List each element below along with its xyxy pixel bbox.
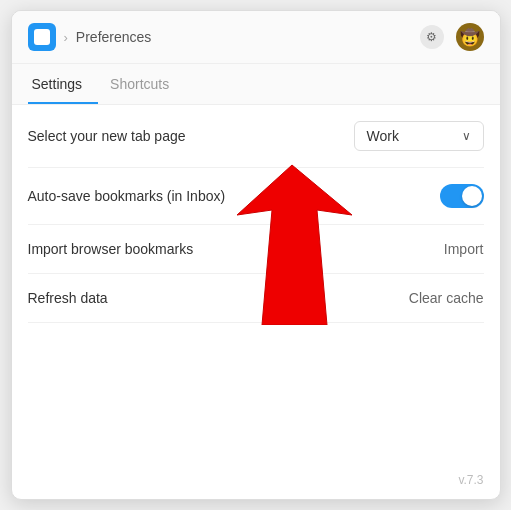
import-button[interactable]: Import: [444, 241, 484, 257]
new-tab-page-dropdown[interactable]: Work ∨: [354, 121, 484, 151]
page-title: Preferences: [76, 29, 420, 45]
version-label: v.7.3: [458, 473, 483, 487]
app-icon[interactable]: [28, 23, 56, 51]
toggle-knob: [462, 186, 482, 206]
tab-shortcuts[interactable]: Shortcuts: [106, 64, 185, 104]
user-avatar[interactable]: 🤠: [456, 23, 484, 51]
settings-content: Select your new tab page Work ∨ Auto-sav…: [12, 105, 500, 499]
new-tab-page-row: Select your new tab page Work ∨: [28, 105, 484, 168]
chevron-down-icon: ∨: [462, 129, 471, 143]
refresh-data-label: Refresh data: [28, 290, 108, 306]
titlebar: › Preferences ⚙ 🤠: [12, 11, 500, 64]
refresh-data-row: Refresh data Clear cache: [28, 274, 484, 323]
import-bookmarks-label: Import browser bookmarks: [28, 241, 194, 257]
auto-save-toggle[interactable]: [440, 184, 484, 208]
clear-cache-button[interactable]: Clear cache: [409, 290, 484, 306]
titlebar-icons: ⚙ 🤠: [420, 23, 484, 51]
preferences-window: › Preferences ⚙ 🤠 Settings Shortcuts Sel…: [11, 10, 501, 500]
auto-save-label: Auto-save bookmarks (in Inbox): [28, 188, 226, 204]
new-tab-page-label: Select your new tab page: [28, 128, 186, 144]
settings-icon[interactable]: ⚙: [420, 25, 444, 49]
tab-settings[interactable]: Settings: [28, 64, 99, 104]
app-icon-inner: [34, 29, 50, 45]
breadcrumb-separator: ›: [64, 30, 68, 45]
tabs-bar: Settings Shortcuts: [12, 64, 500, 105]
dropdown-value: Work: [367, 128, 399, 144]
auto-save-row: Auto-save bookmarks (in Inbox): [28, 168, 484, 225]
import-bookmarks-row: Import browser bookmarks Import: [28, 225, 484, 274]
